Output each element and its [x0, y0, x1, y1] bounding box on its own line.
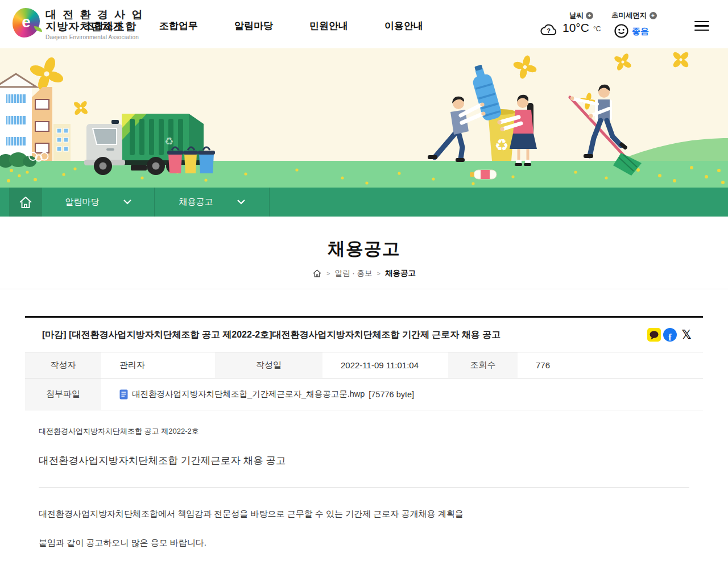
nav-item-civil[interactable]: 민원안내 [309, 19, 348, 32]
svg-text:♻: ♻ [164, 136, 173, 147]
site-header: e 대 전 환 경 사 업 지방자치단체조합 Daejeon Environme… [0, 0, 728, 48]
smiley-face-icon [614, 23, 629, 41]
svg-text:?: ? [547, 27, 551, 34]
breadcrumb-item[interactable]: 알림 · 홍보 [335, 268, 373, 278]
post-detail: [마감] [대전환경사업지방자치단체조합 공고 제2022-2호]대전환경사업지… [25, 316, 703, 582]
attachment-row: 첨부파일 대전환경사업지방자치단체조합_기간제근로자_채용공고문.hwp [75… [25, 379, 703, 410]
logo-title-line1: 대 전 환 경 사 업 [46, 9, 144, 20]
body-divider [39, 488, 689, 488]
weather-label: 날씨 + [569, 11, 593, 20]
page-title-section: 채용공고 > 알림 · 홍보 > 채용공고 [0, 217, 728, 289]
local-nav-bar: 알림마당 채용공고 [0, 188, 728, 217]
svg-text:♻: ♻ [494, 136, 508, 154]
temperature-unit: °C [593, 25, 601, 33]
breadcrumb-home-icon[interactable] [312, 269, 322, 278]
fine-dust-label: 초미세먼지 + [611, 11, 657, 20]
views-label: 조회수 [448, 352, 518, 378]
share-buttons: f 𝕏 [647, 327, 694, 342]
body-paragraph-1: 대전환경사업지방자치단체조합에서 책임감과 전문성을 바탕으로 근무할 수 있는… [39, 509, 689, 519]
dust-status-value: 좋음 [632, 26, 649, 37]
post-title: [마감] [대전환경사업지방자치단체조합 공고 제2022-2호]대전환경사업지… [42, 329, 500, 341]
leaf-icon [34, 26, 42, 32]
post-body: 대전환경사업지방자치단체조합 공고 제2022-2호 대전환경사업지방자치단체조… [25, 410, 703, 582]
page: e 대 전 환 경 사 업 지방자치단체조합 Daejeon Environme… [0, 0, 728, 582]
date-value: 2022-11-09 11:01:04 [322, 352, 448, 378]
date-label: 작성일 [215, 352, 322, 378]
temperature-value: 10°C [562, 21, 589, 35]
weather-expand-icon[interactable]: + [586, 12, 593, 19]
breadcrumb: > 알림 · 홍보 > 채용공고 [0, 268, 728, 278]
logo-subtitle: Daejeon Environmental Association [46, 34, 144, 40]
facebook-share-icon[interactable]: f [663, 328, 677, 342]
nav-item-business[interactable]: 조합업무 [159, 19, 198, 32]
hero-illustration: ♻ ♻ [0, 48, 728, 188]
x-share-icon[interactable]: 𝕏 [679, 327, 694, 342]
lnb-depth2-selector[interactable]: 채용공고 [155, 188, 270, 217]
file-document-icon [119, 389, 128, 400]
chevron-down-icon [237, 199, 245, 205]
dust-expand-icon[interactable]: + [650, 12, 657, 19]
attachment-link[interactable]: 대전환경사업지방자치단체조합_기간제근로자_채용공고문.hwp [75776 b… [101, 379, 703, 410]
nav-item-notice[interactable]: 알림마당 [234, 19, 273, 32]
kakao-share-icon[interactable] [647, 328, 661, 342]
author-label: 작성자 [25, 352, 101, 378]
logo-letter: e [22, 14, 30, 31]
post-title-row: [마감] [대전환경사업지방자치단체조합 공고 제2022-2호]대전환경사업지… [25, 318, 703, 352]
page-title: 채용공고 [0, 237, 728, 261]
home-icon [18, 196, 33, 209]
views-value: 776 [518, 352, 703, 378]
notice-number: 대전환경사업지방자치단체조합 공고 제2022-2호 [39, 426, 689, 436]
cloud-icon: ? [540, 22, 557, 39]
home-button[interactable] [9, 188, 42, 217]
nav-item-about[interactable]: 조합소개 [84, 19, 123, 32]
attachment-size: [75776 byte] [369, 390, 414, 399]
post-meta-row: 작성자 관리자 작성일 2022-11-09 11:01:04 조회수 776 [25, 352, 703, 379]
author-value: 관리자 [101, 352, 215, 378]
nav-item-guide[interactable]: 이용안내 [384, 19, 423, 32]
lnb-depth1-selector[interactable]: 알림마당 [42, 188, 155, 217]
notice-heading: 대전환경사업지방자치단체조합 기간제근로자 채용 공고 [39, 454, 689, 467]
chevron-down-icon [123, 199, 131, 205]
body-paragraph-2: 붙임과 같이 공고하오니 많은 응모 바랍니다. [39, 538, 689, 548]
attachment-label: 첨부파일 [25, 379, 101, 410]
breadcrumb-current: 채용공고 [385, 268, 416, 278]
site-logo-icon[interactable]: e [13, 8, 40, 38]
hamburger-menu-icon[interactable] [694, 21, 709, 31]
attachment-filename: 대전환경사업지방자치단체조합_기간제근로자_채용공고문.hwp [132, 389, 365, 400]
